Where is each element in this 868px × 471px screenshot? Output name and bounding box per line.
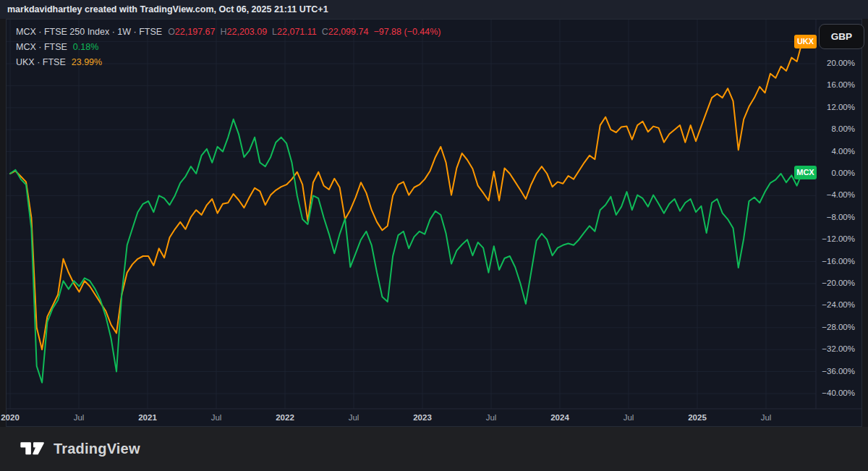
price-tick-label: −12.00%: [817, 234, 855, 243]
legend-row-ukx[interactable]: UKX · FTSE23.99%: [16, 55, 441, 70]
tradingview-snapshot: markdavidhartley created with TradingVie…: [0, 0, 868, 471]
time-tick-label: Jul: [624, 413, 634, 422]
attribution-bar: markdavidhartley created with TradingVie…: [0, 0, 868, 19]
legend-high: H22,203.09: [220, 27, 267, 37]
legend-mcx-value: 0.18%: [73, 42, 98, 52]
time-tick-label: 2024: [550, 413, 569, 422]
legend-change: −97.88 (−0.44%): [373, 27, 441, 37]
price-tick-label: 16.00%: [817, 80, 855, 89]
price-tick-label: −20.00%: [817, 279, 855, 287]
price-tick-label: −32.00%: [817, 344, 855, 353]
legend-row-main[interactable]: MCX · FTSE 250 Index · 1W · FTSEO22,197.…: [16, 25, 441, 40]
time-tick-label: Jul: [211, 413, 222, 422]
price-tick-label: −40.00%: [817, 389, 855, 397]
ukx-last-price-label: UKX: [794, 35, 817, 48]
legend: MCX · FTSE 250 Index · 1W · FTSEO22,197.…: [16, 25, 441, 70]
time-tick-label: 2023: [413, 413, 432, 422]
time-tick-label: Jul: [486, 413, 497, 422]
legend-open: O22,197.67: [168, 27, 215, 37]
footer: TradingView: [0, 427, 868, 471]
time-tick-label: 2022: [276, 413, 294, 422]
currency-gbp-button[interactable]: GBP: [819, 24, 864, 49]
time-tick-label: 2025: [688, 413, 707, 422]
legend-ukx-value: 23.99%: [72, 57, 102, 67]
price-tick-label: 8.00%: [817, 124, 855, 133]
legend-main-title: MCX · FTSE 250 Index · 1W · FTSE: [16, 27, 162, 37]
price-tick-label: 20.00%: [817, 59, 855, 67]
time-tick-label: Jul: [761, 413, 772, 422]
tradingview-logo-icon: [20, 439, 46, 458]
price-tick-label: −8.00%: [817, 213, 855, 221]
chart-pane[interactable]: MCX · FTSE 250 Index · 1W · FTSEO22,197.…: [0, 19, 868, 427]
time-tick-label: Jul: [349, 413, 359, 422]
price-tick-label: 4.00%: [817, 147, 855, 156]
legend-ukx-title: UKX · FTSE: [16, 57, 66, 67]
price-tick-label: 0.00%: [817, 169, 855, 177]
price-tick-label: 12.00%: [817, 103, 855, 111]
attribution-text: markdavidhartley created with TradingVie…: [7, 0, 328, 19]
legend-mcx-title: MCX · FTSE: [16, 42, 67, 52]
tradingview-logo-text: TradingView: [54, 441, 140, 457]
price-tick-label: −24.00%: [817, 300, 855, 309]
legend-close: C22,099.74: [322, 27, 369, 37]
time-tick-label: 2020: [1, 413, 20, 422]
price-tick-label: −36.00%: [817, 367, 855, 375]
legend-low: L22,071.11: [272, 27, 317, 37]
legend-row-mcx[interactable]: MCX · FTSE0.18%: [16, 40, 441, 55]
time-tick-label: Jul: [74, 413, 85, 422]
price-chart-canvas[interactable]: [0, 19, 868, 427]
mcx-last-price-label: MCX: [794, 166, 817, 179]
time-tick-label: 2021: [138, 413, 157, 422]
tradingview-logo-link[interactable]: TradingView: [20, 439, 140, 458]
price-tick-label: −16.00%: [817, 257, 855, 266]
price-tick-label: −4.00%: [817, 190, 855, 199]
price-tick-label: −28.00%: [817, 323, 855, 331]
